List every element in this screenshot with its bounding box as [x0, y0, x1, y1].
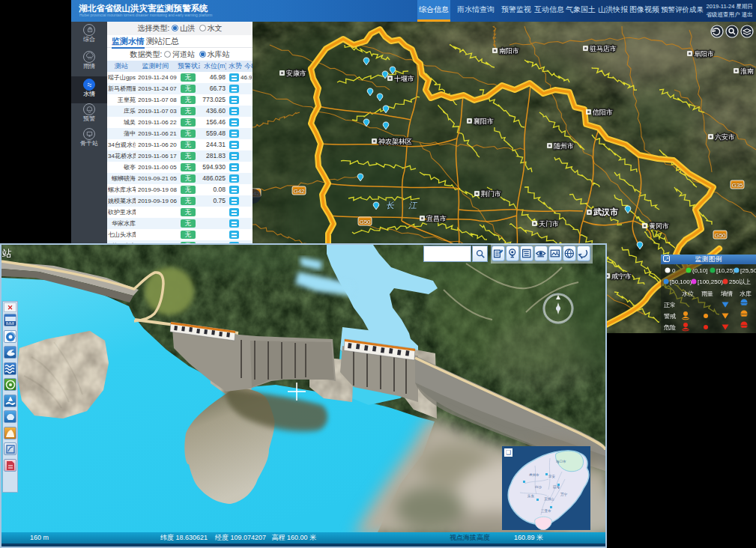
svg-text:G50: G50: [714, 232, 726, 239]
svg-text:G50: G50: [359, 219, 371, 225]
svg-text:宜昌市: 宜昌市: [426, 215, 447, 222]
svg-text:海口市: 海口市: [556, 460, 566, 463]
svg-text:250以上: 250以上: [729, 278, 751, 285]
svg-text:儋州市: 儋州市: [528, 473, 539, 477]
svg-text:襄阳市: 襄阳市: [474, 118, 494, 125]
svg-text:武汉市: 武汉市: [593, 207, 618, 216]
svg-text:定安: 定安: [548, 475, 556, 478]
svg-text:(0,10]: (0,10]: [692, 267, 707, 274]
svg-text:正常: 正常: [664, 302, 676, 308]
svg-text:白沙: 白沙: [535, 485, 542, 489]
svg-text:[25,50: [25,50: [740, 267, 756, 274]
svg-text:警戒: 警戒: [664, 313, 676, 320]
svg-text:G35: G35: [731, 182, 743, 189]
svg-text:水位: 水位: [682, 290, 694, 297]
svg-text:阜阳市: 阜阳市: [694, 50, 714, 58]
svg-text:六安市: 六安市: [715, 133, 735, 141]
svg-text:黄冈市: 黄冈市: [649, 222, 669, 230]
svg-text:五指山: 五指山: [544, 496, 554, 501]
svg-text:天门市: 天门市: [539, 220, 559, 228]
svg-text:咸宁市: 咸宁市: [611, 273, 632, 280]
svg-text:水库: 水库: [740, 290, 752, 297]
svg-text:[10,25): [10,25): [716, 267, 735, 274]
svg-text:乐东: 乐东: [527, 494, 535, 498]
svg-text:墒情: 墒情: [720, 290, 733, 297]
svg-text:淮南: 淮南: [740, 67, 754, 75]
svg-text:三亚市: 三亚市: [541, 508, 551, 513]
svg-text:万宁: 万宁: [560, 493, 568, 496]
svg-text:信阳市: 信阳市: [592, 109, 613, 116]
svg-text:安康市: 安康市: [286, 70, 306, 77]
svg-text:随州市: 随州市: [554, 142, 574, 150]
svg-text:[100,250): [100,250): [698, 278, 723, 285]
svg-text:0: 0: [672, 267, 676, 274]
svg-text:南阳市: 南阳市: [499, 47, 519, 55]
svg-text:[50,100): [50,100): [670, 278, 692, 285]
svg-text:神农架林区: 神农架林区: [378, 138, 412, 145]
svg-text:荆门市: 荆门市: [481, 190, 501, 198]
svg-text:驻马店市: 驻马店市: [590, 45, 617, 52]
svg-text:长 江: 长 江: [386, 201, 423, 210]
svg-text:G42: G42: [293, 188, 305, 195]
svg-text:危险: 危险: [663, 324, 676, 331]
svg-text:十堰市: 十堰市: [394, 75, 414, 82]
svg-text:雨量: 雨量: [701, 290, 713, 297]
